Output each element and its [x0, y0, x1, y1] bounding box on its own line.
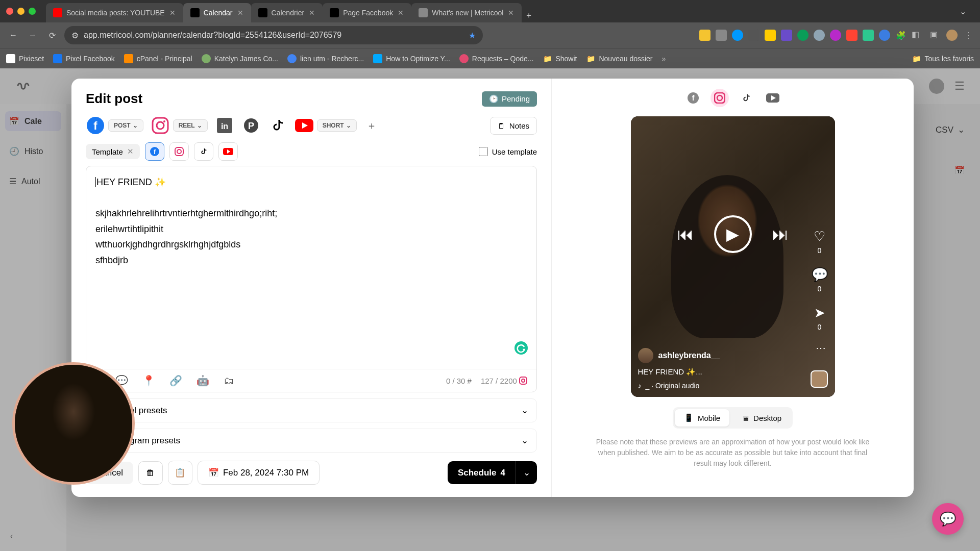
reload-button[interactable]: ⟳ — [45, 28, 59, 42]
bookmark-star-icon[interactable]: ★ — [469, 31, 476, 40]
minimize-window[interactable] — [17, 8, 24, 15]
tab-whats-new[interactable]: What's new | Metricool ✕ — [411, 3, 522, 22]
tab-close-icon[interactable]: ✕ — [237, 9, 244, 16]
youtube-type-select[interactable]: SHORT⌄ — [317, 119, 357, 132]
use-template-input[interactable] — [479, 147, 488, 156]
comment-button[interactable]: 💬0 — [812, 267, 828, 293]
extension-icon[interactable] — [748, 30, 760, 41]
bookmark-pixel-facebook[interactable]: Pixel Facebook — [53, 54, 115, 63]
preview-tab-youtube[interactable] — [764, 89, 782, 107]
mini-tab-tiktok[interactable] — [194, 142, 213, 161]
mobile-toggle[interactable]: 📱Mobile — [675, 409, 729, 427]
tiktok-icon[interactable] — [268, 116, 287, 135]
audio-thumb[interactable] — [811, 370, 828, 388]
support-chat-button[interactable]: 💬 — [932, 503, 964, 535]
close-icon[interactable]: ✕ — [127, 147, 134, 156]
schedule-button[interactable]: Schedule 4 — [448, 461, 516, 484]
bookmark-lien-utm[interactable]: lien utm - Recherc... — [287, 54, 364, 63]
desktop-toggle[interactable]: 🖥Desktop — [732, 409, 791, 427]
tab-list-button[interactable]: ⌄ — [955, 4, 970, 18]
extension-icon[interactable] — [879, 30, 890, 41]
preview-tab-instagram[interactable] — [710, 89, 729, 107]
maximize-window[interactable] — [29, 8, 36, 15]
new-tab-button[interactable]: ＋ — [522, 8, 536, 22]
share-button[interactable]: ➤0 — [814, 305, 825, 331]
play-button[interactable]: ▶ — [714, 215, 752, 253]
mini-tab-facebook[interactable]: f — [145, 142, 164, 161]
delete-button[interactable]: 🗑 — [138, 461, 163, 485]
extension-icon[interactable] — [797, 30, 808, 41]
template-chip[interactable]: Template ✕ — [86, 144, 140, 159]
preview-tab-tiktok[interactable] — [737, 89, 755, 107]
reel-user[interactable]: ashleybrenda__ — [638, 348, 804, 363]
tab-close-icon[interactable]: ✕ — [169, 9, 176, 16]
instagram-type-select[interactable]: REEL⌄ — [173, 119, 208, 132]
bookmark-cpanel[interactable]: cPanel - Principal — [124, 54, 192, 63]
like-button[interactable]: ♡0 — [814, 229, 825, 255]
reel-audio[interactable]: ♪_ · Original audio — [638, 382, 804, 390]
instagram-presets-row[interactable]: Instagram presets ⌄ — [86, 429, 537, 453]
tab-close-icon[interactable]: ✕ — [507, 9, 514, 16]
browser-menu-icon[interactable]: ⋮ — [963, 30, 974, 41]
preview-tab-facebook[interactable]: f — [684, 89, 702, 107]
profile-avatar[interactable] — [946, 30, 958, 41]
ai-button[interactable]: 🤖 — [197, 374, 209, 387]
extension-icon[interactable] — [846, 30, 857, 41]
mini-tab-youtube[interactable] — [218, 142, 238, 161]
forward-button[interactable]: → — [26, 28, 40, 42]
bookmark-optimize[interactable]: How to Optimize Y... — [373, 54, 450, 63]
extensions-icon[interactable]: 🧩 — [895, 30, 906, 41]
extension-icon[interactable] — [765, 30, 776, 41]
tab-page-facebook[interactable]: Page Facebook ✕ — [323, 3, 411, 22]
webcam-overlay[interactable] — [12, 362, 135, 485]
page-back-icon[interactable]: ‹ — [10, 532, 13, 541]
tab-calendrier[interactable]: Calendrier ✕ — [251, 3, 323, 22]
platform-facebook[interactable]: f POST⌄ — [86, 116, 143, 135]
extension-icon[interactable] — [814, 30, 825, 41]
back-button[interactable]: ← — [6, 28, 20, 42]
extension-icon[interactable] — [781, 30, 792, 41]
bookmark-qode[interactable]: Requests – Qode... — [459, 54, 534, 63]
global-presets-row[interactable]: ⚙️ Global presets ⌄ — [86, 398, 537, 422]
tab-youtube-posts[interactable]: Social media posts: YOUTUBE ✕ — [46, 3, 183, 22]
snippet-button[interactable]: 🗂 — [224, 375, 234, 387]
bookmark-showit[interactable]: 📁Showit — [543, 54, 577, 63]
tab-calendar[interactable]: Calendar ✕ — [183, 3, 251, 22]
extension-icon[interactable] — [699, 30, 710, 41]
bookmark-all-favorites[interactable]: 📁Tous les favoris — [912, 54, 974, 63]
site-info-icon[interactable]: ⚙ — [71, 31, 79, 40]
linkedin-icon[interactable]: in — [215, 116, 234, 135]
platform-youtube[interactable]: SHORT⌄ — [295, 116, 357, 135]
bookmark-nouveau-dossier[interactable]: 📁Nouveau dossier — [586, 54, 652, 63]
link-button[interactable]: 🔗 — [169, 374, 182, 387]
extension-icon[interactable] — [863, 30, 874, 41]
sidepanel-icon[interactable]: ◧ — [912, 30, 925, 41]
tab-close-icon[interactable]: ✕ — [397, 9, 404, 16]
more-icon[interactable]: ⋯ — [816, 342, 826, 354]
date-picker-button[interactable]: 📅 Feb 28, 2024 7:30 PM — [198, 461, 320, 485]
platform-instagram[interactable]: REEL⌄ — [151, 116, 208, 135]
schedule-dropdown[interactable]: ⌄ — [516, 461, 537, 484]
sidepanel-icon[interactable]: ▣ — [930, 30, 941, 41]
grammarly-icon[interactable] — [514, 341, 528, 355]
notes-button[interactable]: 🗒 Notes — [490, 117, 537, 135]
add-platform-button[interactable]: ＋ — [364, 118, 379, 133]
address-bar[interactable]: ⚙ ★ — [64, 26, 483, 44]
extension-icon[interactable] — [732, 30, 743, 41]
mini-tab-instagram[interactable] — [169, 142, 189, 161]
bookmark-katelyn[interactable]: Katelyn James Co... — [202, 54, 278, 63]
duplicate-button[interactable]: 📋 — [168, 461, 192, 485]
tab-close-icon[interactable]: ✕ — [308, 9, 315, 16]
close-window[interactable] — [6, 8, 13, 15]
caption-editor[interactable]: HEY FRIEND ✨ skjhakhrlehrelihrtrvntierht… — [86, 166, 536, 369]
use-template-checkbox[interactable]: Use template — [479, 147, 537, 156]
bookmark-pixieset[interactable]: Pixieset — [6, 54, 44, 63]
extension-icon[interactable] — [716, 30, 727, 41]
next-button[interactable]: ⏭ — [772, 225, 789, 244]
pinterest-icon[interactable]: P — [241, 116, 261, 135]
extension-icon[interactable] — [830, 30, 841, 41]
location-button[interactable]: 📍 — [142, 374, 155, 387]
facebook-type-select[interactable]: POST⌄ — [108, 119, 143, 132]
prev-button[interactable]: ⏮ — [677, 225, 694, 244]
bookmarks-overflow[interactable]: » — [662, 55, 666, 63]
